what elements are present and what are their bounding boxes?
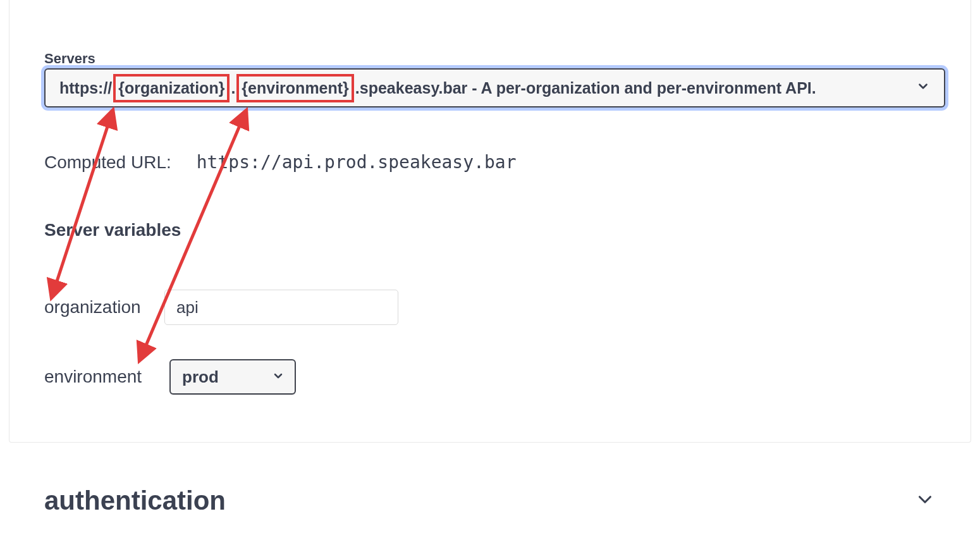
computed-url-value: https://api.prod.speakeasy.bar <box>197 152 517 173</box>
organization-input[interactable] <box>164 290 398 325</box>
server-url-var-environment: {environment} <box>236 74 353 102</box>
server-variable-row-organization: organization <box>44 290 398 325</box>
server-url-sep: . <box>231 79 235 97</box>
authentication-title: authentication <box>44 486 226 516</box>
computed-url-row: Computed URL: https://api.prod.speakeasy… <box>44 152 517 173</box>
computed-url-label: Computed URL: <box>44 152 171 173</box>
server-variable-row-environment: environment prod <box>44 359 296 395</box>
chevron-down-icon <box>272 367 285 387</box>
chevron-down-icon <box>916 79 930 97</box>
servers-card: Servers https:// {organization} . {envir… <box>9 0 971 443</box>
server-url-prefix: https:// <box>59 79 112 97</box>
server-url-var-organization: {organization} <box>113 74 230 102</box>
servers-dropdown[interactable]: https:// {organization} . {environment} … <box>44 68 945 107</box>
environment-select[interactable]: prod <box>169 359 296 395</box>
servers-section-label: Servers <box>44 51 95 67</box>
environment-label: environment <box>44 367 169 387</box>
environment-select-value: prod <box>182 367 219 387</box>
page-root: Servers https:// {organization} . {envir… <box>0 0 980 540</box>
chevron-down-icon <box>914 489 936 513</box>
server-url-suffix: .speakeasy.bar - A per-organization and … <box>355 79 816 97</box>
authentication-section-header[interactable]: authentication <box>44 486 936 516</box>
server-variables-heading: Server variables <box>44 220 181 240</box>
organization-label: organization <box>44 297 164 317</box>
